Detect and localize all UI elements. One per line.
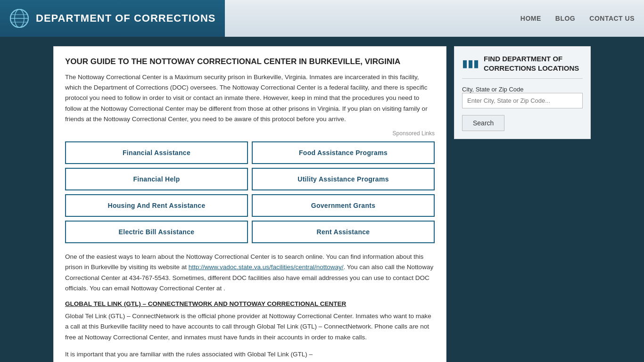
gtl-body2: It is important that you are familiar wi… [65,349,435,360]
logo-area: DEPARTMENT OF CORRECTIONS [0,0,225,37]
nav-contact[interactable]: CONTACT US [589,15,635,22]
bar-chart-icon: ▮▮▮ [462,58,479,70]
btn-housing-rent-assistance[interactable]: Housing And Rent Assistance [65,194,248,217]
btn-food-assistance[interactable]: Food Assistance Programs [252,141,435,164]
btn-government-grants[interactable]: Government Grants [252,194,435,217]
sidebar: ▮▮▮ FIND DEPARTMENT OF CORRECTIONS LOCAT… [454,46,591,362]
buttons-grid: Financial Assistance Food Assistance Pro… [65,141,435,243]
nav-home[interactable]: HOME [520,15,541,22]
btn-utility-assistance[interactable]: Utility Assistance Programs [252,168,435,190]
page-wrapper: YOUR GUIDE TO THE NOTTOWAY CORRECTIONAL … [49,46,595,362]
find-title: FIND DEPARTMENT OF CORRECTIONS LOCATIONS [484,54,583,73]
main-content: YOUR GUIDE TO THE NOTTOWAY CORRECTIONAL … [53,46,446,362]
find-label: City, State or Zip Code [462,86,524,93]
article-body: One of the easiest ways to learn about t… [65,252,435,294]
article-link[interactable]: http://www.vadoc.state.va.us/facilities/… [189,263,344,271]
site-title: DEPARTMENT OF CORRECTIONS [36,12,215,25]
gtl-heading: GLOBAL TEL LINK (GTL) – CONNECTNETWORK A… [65,300,435,307]
nav-blog[interactable]: BLOG [555,15,575,22]
btn-electric-bill[interactable]: Electric Bill Assistance [65,221,248,243]
main-nav: HOME BLOG CONTACT US [520,15,644,22]
zip-input[interactable] [462,93,583,108]
btn-financial-assistance[interactable]: Financial Assistance [65,141,248,164]
article-intro: The Nottoway Correctional Center is a Ma… [65,72,435,124]
find-widget: ▮▮▮ FIND DEPARTMENT OF CORRECTIONS LOCAT… [454,46,591,139]
sponsored-links: Sponsored Links [65,130,435,137]
btn-financial-help[interactable]: Financial Help [65,168,248,190]
find-header: ▮▮▮ FIND DEPARTMENT OF CORRECTIONS LOCAT… [462,54,583,79]
search-button[interactable]: Search [462,115,504,131]
globe-icon [9,8,29,28]
article-title: YOUR GUIDE TO THE NOTTOWAY CORRECTIONAL … [65,56,435,67]
gtl-body: Global Tel Link (GTL) – ConnectNetwork i… [65,311,435,343]
header: DEPARTMENT OF CORRECTIONS HOME BLOG CONT… [0,0,644,37]
btn-rent-assistance[interactable]: Rent Assistance [252,221,435,243]
